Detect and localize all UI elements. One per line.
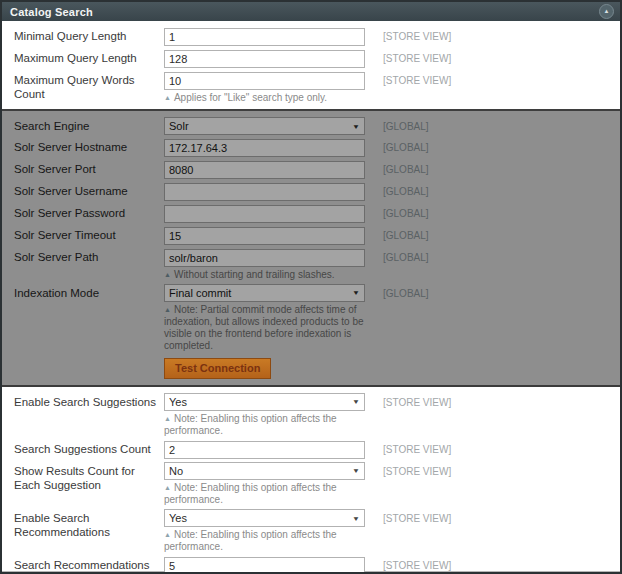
field-minimal-query-length: Minimal Query Length [STORE VIEW] — [14, 27, 610, 46]
field-solr-server-timeout: Solr Server Timeout [GLOBAL] — [14, 226, 610, 245]
field-label: Show Results Count for Each Suggestion — [14, 462, 164, 492]
scope-label: [STORE VIEW] — [383, 49, 451, 64]
scope-label: [GLOBAL] — [383, 204, 429, 219]
field-label: Solr Server Password — [14, 204, 164, 221]
scope-label: [GLOBAL] — [383, 138, 429, 153]
panel-body: Minimal Query Length [STORE VIEW] Maximu… — [2, 21, 620, 572]
scope-label: [GLOBAL] — [383, 182, 429, 197]
section-suggestion-settings: Enable Search Suggestions Yes ▼ ▲Note: E… — [2, 387, 620, 574]
field-label: Solr Server Port — [14, 160, 164, 177]
scope-label: [STORE VIEW] — [383, 440, 451, 455]
field-solr-server-path: Solr Server Path ▲Without starting and t… — [14, 248, 610, 281]
test-connection-row: Test Connection — [164, 358, 610, 379]
solr-server-hostname-input[interactable] — [164, 139, 365, 157]
scope-label: [GLOBAL] — [383, 248, 429, 263]
solr-server-path-input[interactable] — [164, 249, 365, 267]
section-query-settings: Minimal Query Length [STORE VIEW] Maximu… — [2, 21, 620, 109]
enable-search-recommendations-select[interactable]: Yes ▼ — [164, 509, 365, 527]
scope-label: [STORE VIEW] — [383, 71, 451, 86]
field-note: ▲Applies for "Like" search type only. — [164, 92, 365, 104]
field-note: ▲Note: Enabling this option affects the … — [164, 413, 365, 437]
note-arrow-icon: ▲ — [164, 484, 171, 491]
field-indexation-mode: Indexation Mode Final commit ▼ ▲Note: Pa… — [14, 284, 610, 352]
field-note: ▲Note: Partial commit mode affects time … — [164, 304, 365, 352]
note-arrow-icon: ▲ — [164, 531, 171, 538]
scope-label: [GLOBAL] — [383, 160, 429, 175]
minimal-query-length-input[interactable] — [164, 28, 365, 46]
note-arrow-icon: ▲ — [164, 306, 171, 313]
solr-server-timeout-input[interactable] — [164, 227, 365, 245]
search-suggestions-count-input[interactable] — [164, 441, 365, 459]
field-search-recommendations-count: Search Recommendations Count [STORE VIEW… — [14, 556, 610, 574]
field-label: Solr Server Hostname — [14, 138, 164, 155]
maximum-query-words-count-input[interactable] — [164, 72, 365, 90]
field-label: Solr Server Timeout — [14, 226, 164, 243]
scope-label: [GLOBAL] — [383, 117, 429, 132]
field-label: Minimal Query Length — [14, 27, 164, 44]
field-note: ▲Without starting and trailing slashes. — [164, 269, 365, 281]
field-maximum-query-words-count: Maximum Query Words Count ▲Applies for "… — [14, 71, 610, 104]
field-enable-search-recommendations: Enable Search Recommendations Yes ▼ ▲Not… — [14, 509, 610, 553]
section-header: Catalog Search ▲ — [2, 2, 620, 21]
field-solr-server-username: Solr Server Username [GLOBAL] — [14, 182, 610, 201]
field-solr-server-port: Solr Server Port [GLOBAL] — [14, 160, 610, 179]
collapse-section-icon[interactable]: ▲ — [599, 4, 614, 19]
dropdown-arrow-icon: ▼ — [352, 122, 360, 129]
catalog-search-panel: Catalog Search ▲ Minimal Query Length [S… — [0, 0, 622, 574]
field-search-suggestions-count: Search Suggestions Count [STORE VIEW] — [14, 440, 610, 459]
field-label: Search Recommendations Count — [14, 556, 164, 574]
scope-label: [STORE VIEW] — [383, 27, 451, 42]
field-label: Enable Search Recommendations — [14, 509, 164, 539]
solr-server-port-input[interactable] — [164, 161, 365, 179]
dropdown-arrow-icon: ▼ — [352, 398, 360, 405]
scope-label: [GLOBAL] — [383, 284, 429, 299]
field-note: ▲Note: Enabling this option affects the … — [164, 529, 365, 553]
scope-label: [GLOBAL] — [383, 226, 429, 241]
dropdown-arrow-icon: ▼ — [352, 514, 360, 521]
solr-server-username-input[interactable] — [164, 183, 365, 201]
note-arrow-icon: ▲ — [164, 415, 171, 422]
scope-label: [STORE VIEW] — [383, 393, 451, 408]
field-search-engine: Search Engine Solr ▼ [GLOBAL] — [14, 117, 610, 135]
field-label: Enable Search Suggestions — [14, 393, 164, 410]
dropdown-arrow-icon: ▼ — [352, 289, 360, 296]
field-label: Maximum Query Words Count — [14, 71, 164, 101]
search-engine-select[interactable]: Solr ▼ — [164, 117, 365, 135]
scope-label: [STORE VIEW] — [383, 509, 451, 524]
field-enable-search-suggestions: Enable Search Suggestions Yes ▼ ▲Note: E… — [14, 393, 610, 437]
field-label: Solr Server Path — [14, 248, 164, 265]
search-recommendations-count-input[interactable] — [164, 557, 365, 574]
field-label: Maximum Query Length — [14, 49, 164, 66]
show-results-count-suggestion-select[interactable]: No ▼ — [164, 462, 365, 480]
field-label: Indexation Mode — [14, 284, 164, 301]
note-arrow-icon: ▲ — [164, 271, 171, 278]
note-arrow-icon: ▲ — [164, 94, 171, 101]
page-title: Catalog Search — [10, 6, 599, 18]
field-label: Solr Server Username — [14, 182, 164, 199]
field-maximum-query-length: Maximum Query Length [STORE VIEW] — [14, 49, 610, 68]
indexation-mode-select[interactable]: Final commit ▼ — [164, 284, 365, 302]
maximum-query-length-input[interactable] — [164, 50, 365, 68]
field-note: ▲Note: Enabling this option affects the … — [164, 482, 365, 506]
field-label: Search Suggestions Count — [14, 440, 164, 457]
section-solr-settings: Search Engine Solr ▼ [GLOBAL] Solr Serve… — [2, 109, 620, 387]
dropdown-arrow-icon: ▼ — [352, 467, 360, 474]
enable-search-suggestions-select[interactable]: Yes ▼ — [164, 393, 365, 411]
field-solr-server-hostname: Solr Server Hostname [GLOBAL] — [14, 138, 610, 157]
test-connection-button[interactable]: Test Connection — [164, 358, 271, 379]
scope-label: [STORE VIEW] — [383, 556, 451, 571]
solr-server-password-input[interactable] — [164, 205, 365, 223]
field-label: Search Engine — [14, 117, 164, 134]
scope-label: [STORE VIEW] — [383, 462, 451, 477]
field-show-results-count-suggestion: Show Results Count for Each Suggestion N… — [14, 462, 610, 506]
field-solr-server-password: Solr Server Password [GLOBAL] — [14, 204, 610, 223]
